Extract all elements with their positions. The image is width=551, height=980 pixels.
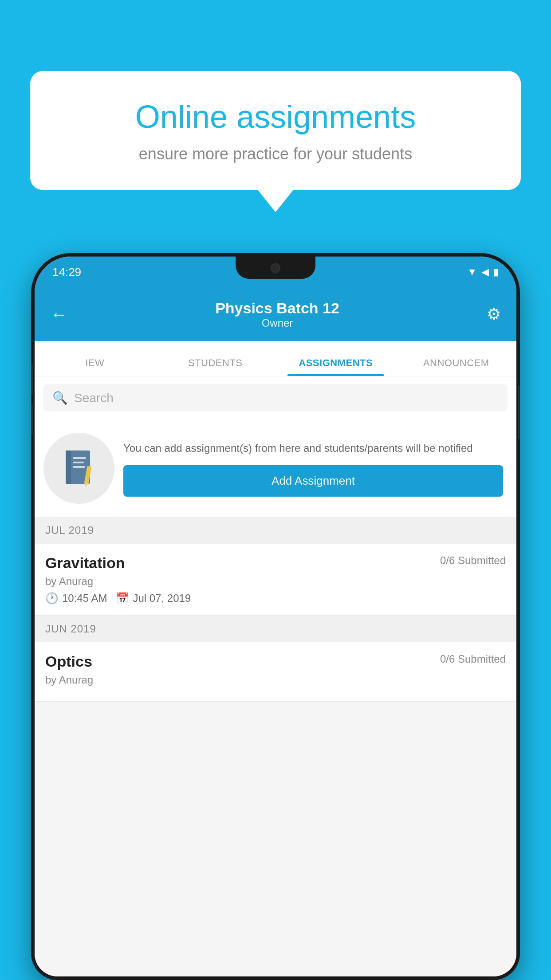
time-value: 10:45 AM [62,592,107,605]
phone-screen: 14:29 ▼ ◀ ▮ ← Physics Batch 12 Owner ⚙ I… [35,257,516,976]
battery-icon: ▮ [493,266,499,278]
section-header-jul-2019: JUL 2019 [35,517,516,544]
assignment-by-optics: by Anurag [45,674,506,686]
empty-state-icon-circle [43,433,114,504]
volume-down-button[interactable] [31,404,33,435]
search-icon: 🔍 [52,391,68,405]
volume-up-button[interactable] [31,364,33,395]
notebook-icon [61,448,97,488]
assignment-submitted-optics: 0/6 Submitted [440,653,506,665]
app-header: ← Physics Batch 12 Owner ⚙ [35,288,516,341]
assignment-item-optics[interactable]: Optics 0/6 Submitted by Anurag [35,642,516,702]
clock-icon: 🕐 [45,592,59,605]
assignment-meta: 🕐 10:45 AM 📅 Jul 07, 2019 [45,592,506,605]
meta-date: 📅 Jul 07, 2019 [116,592,191,605]
tabs-bar: IEW STUDENTS ASSIGNMENTS ANNOUNCEM [35,341,516,376]
empty-state-description: You can add assignment(s) from here and … [123,440,503,456]
content-area: 🔍 Search [35,376,516,976]
status-time: 14:29 [52,265,81,279]
search-bar[interactable]: 🔍 Search [43,384,508,411]
meta-time: 🕐 10:45 AM [45,592,107,605]
tab-students[interactable]: STUDENTS [155,357,276,376]
speech-bubble-container: Online assignments ensure more practice … [30,71,521,212]
search-placeholder: Search [74,391,114,405]
svg-rect-1 [66,450,71,484]
speech-bubble-arrow [258,190,293,212]
status-icons: ▼ ◀ ▮ [467,266,499,278]
empty-state-right: You can add assignment(s) from here and … [123,440,503,497]
svg-rect-3 [73,462,84,463]
svg-rect-4 [73,466,85,468]
front-camera [271,263,280,273]
empty-state-card: You can add assignment(s) from here and … [35,419,516,517]
tab-iew[interactable]: IEW [35,357,155,376]
svg-rect-2 [73,457,86,459]
wifi-icon: ▼ [467,266,477,278]
back-button[interactable]: ← [50,304,68,324]
calendar-icon: 📅 [116,592,129,605]
speech-bubble: Online assignments ensure more practice … [30,71,521,190]
phone-frame: 14:29 ▼ ◀ ▮ ← Physics Batch 12 Owner ⚙ I… [31,253,520,980]
add-assignment-button[interactable]: Add Assignment [123,465,503,497]
settings-button[interactable]: ⚙ [487,305,501,324]
assignment-top-row-optics: Optics 0/6 Submitted [45,653,506,670]
assignment-top-row: Gravitation 0/6 Submitted [45,554,506,572]
header-subtitle: Owner [215,317,339,329]
assignment-by: by Anurag [45,575,506,588]
assignment-item-gravitation[interactable]: Gravitation 0/6 Submitted by Anurag 🕐 10… [35,544,516,616]
tab-announcements[interactable]: ANNOUNCEM [396,357,517,376]
header-title: Physics Batch 12 [215,300,339,317]
search-bar-container: 🔍 Search [35,376,516,419]
assignment-submitted: 0/6 Submitted [440,554,506,567]
assignment-name-optics: Optics [45,653,92,670]
speech-bubble-subtitle: ensure more practice for your students [61,145,490,163]
section-header-jun-2019: JUN 2019 [35,616,516,642]
power-button[interactable] [518,386,520,439]
header-center: Physics Batch 12 Owner [215,300,339,329]
phone-notch [236,257,315,279]
date-value: Jul 07, 2019 [133,592,191,605]
signal-icon: ◀ [481,266,489,278]
assignment-name: Gravitation [45,554,125,572]
tab-assignments[interactable]: ASSIGNMENTS [276,357,396,376]
speech-bubble-title: Online assignments [61,98,490,136]
